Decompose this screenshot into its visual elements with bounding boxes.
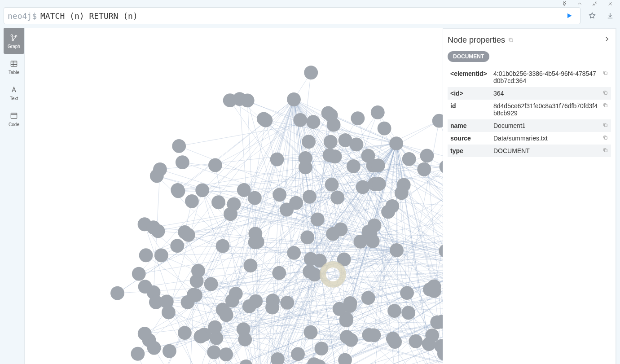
graph-node[interactable] — [227, 197, 241, 211]
graph-node[interactable] — [366, 234, 380, 248]
graph-node[interactable] — [344, 333, 358, 347]
graph-node[interactable] — [160, 295, 174, 309]
graph-node[interactable] — [326, 227, 340, 241]
graph-node[interactable] — [347, 159, 361, 173]
graph-node[interactable] — [237, 183, 251, 197]
graph-node[interactable] — [330, 191, 344, 205]
graph-node[interactable] — [132, 267, 146, 281]
copy-icon[interactable] — [602, 70, 608, 77]
graph-node[interactable] — [171, 184, 185, 198]
graph-node[interactable] — [361, 291, 375, 305]
graph-node[interactable] — [259, 114, 273, 127]
tab-table[interactable]: Table — [4, 54, 24, 80]
graph-node[interactable] — [280, 203, 294, 217]
graph-node[interactable] — [303, 190, 317, 204]
graph-node[interactable] — [195, 183, 209, 197]
graph-node[interactable] — [223, 93, 237, 107]
graph-node[interactable] — [185, 194, 199, 208]
graph-node[interactable] — [306, 115, 320, 129]
graph-node[interactable] — [138, 280, 152, 294]
graph-node[interactable] — [422, 337, 436, 351]
graph-node[interactable] — [139, 248, 153, 262]
node-label-badge[interactable]: DOCUMENT — [448, 51, 489, 62]
graph-node[interactable] — [311, 212, 325, 226]
graph-node[interactable] — [272, 266, 286, 280]
graph-node[interactable] — [325, 178, 339, 192]
tab-graph[interactable]: Graph — [4, 28, 24, 54]
graph-node[interactable] — [208, 158, 222, 172]
pin-icon[interactable] — [561, 0, 568, 7]
run-button[interactable] — [562, 12, 576, 19]
graph-node[interactable] — [427, 279, 441, 293]
graph-node[interactable] — [378, 122, 391, 136]
graph-node[interactable] — [146, 220, 160, 234]
graph-node[interactable] — [265, 301, 279, 315]
favorite-button[interactable] — [586, 7, 598, 24]
graph-node[interactable] — [178, 326, 192, 340]
graph-node[interactable] — [321, 106, 335, 120]
graph-node[interactable] — [181, 295, 195, 309]
graph-node[interactable] — [304, 66, 318, 79]
copy-icon[interactable] — [602, 135, 608, 142]
graph-node[interactable] — [356, 180, 370, 194]
graph-node[interactable] — [172, 139, 186, 153]
tab-code[interactable]: Code — [4, 106, 24, 132]
graph-node[interactable] — [150, 169, 164, 183]
graph-node[interactable] — [390, 243, 404, 257]
graph-node[interactable] — [131, 347, 145, 361]
graph-node[interactable] — [138, 327, 152, 341]
graph-node[interactable] — [302, 135, 316, 149]
graph-node[interactable] — [395, 186, 409, 200]
graph-node[interactable] — [287, 246, 301, 260]
download-button[interactable] — [604, 7, 616, 24]
copy-icon[interactable] — [602, 147, 608, 154]
tab-text[interactable]: Text — [4, 80, 24, 106]
graph-node[interactable] — [241, 94, 255, 108]
graph-node[interactable] — [271, 352, 285, 364]
collapse-diagonal-icon[interactable] — [591, 0, 598, 7]
graph-node[interactable] — [351, 111, 365, 125]
graph-node[interactable] — [110, 286, 124, 300]
query-text-input[interactable] — [40, 11, 562, 21]
graph-node[interactable] — [389, 136, 403, 150]
copy-icon[interactable] — [602, 90, 608, 97]
graph-node[interactable] — [220, 308, 233, 322]
graph-node[interactable] — [249, 294, 263, 308]
graph-node[interactable] — [293, 113, 307, 127]
graph-node[interactable] — [402, 152, 416, 166]
graph-node[interactable] — [308, 268, 321, 282]
graph-node[interactable] — [386, 332, 400, 346]
graph-node[interactable] — [371, 105, 385, 119]
graph-node[interactable] — [207, 345, 221, 359]
graph-node[interactable] — [367, 328, 381, 342]
graph-node[interactable] — [401, 306, 415, 320]
close-icon[interactable] — [607, 0, 614, 7]
query-input[interactable]: neo4j$ — [4, 7, 580, 24]
graph-node[interactable] — [287, 92, 301, 106]
copy-icon[interactable] — [602, 122, 608, 129]
graph-node[interactable] — [239, 360, 253, 364]
graph-node[interactable] — [270, 153, 284, 167]
graph-node[interactable] — [225, 294, 239, 307]
graph-node[interactable] — [417, 162, 431, 176]
graph-node[interactable] — [237, 322, 251, 336]
graph-node[interactable] — [420, 149, 434, 162]
graph-node[interactable] — [273, 188, 286, 202]
graph-node[interactable] — [163, 344, 176, 358]
graph-node[interactable] — [219, 347, 233, 361]
graph-node[interactable] — [349, 137, 363, 151]
graph-canvas[interactable]: Node properties DOCUMENT <elementId>4:01… — [24, 28, 616, 364]
graph-node[interactable] — [176, 155, 189, 169]
graph-node[interactable] — [280, 296, 294, 310]
graph-node[interactable] — [300, 230, 314, 244]
graph-node[interactable] — [409, 334, 422, 348]
graph-node[interactable] — [194, 329, 208, 343]
copy-all-icon[interactable] — [508, 37, 514, 43]
graph-node[interactable] — [371, 158, 385, 172]
graph-node[interactable] — [208, 320, 222, 334]
graph-node[interactable] — [147, 341, 161, 355]
graph-node[interactable] — [381, 205, 395, 219]
graph-node[interactable] — [315, 342, 329, 355]
graph-node[interactable] — [248, 227, 262, 241]
graph-node[interactable] — [170, 239, 184, 253]
